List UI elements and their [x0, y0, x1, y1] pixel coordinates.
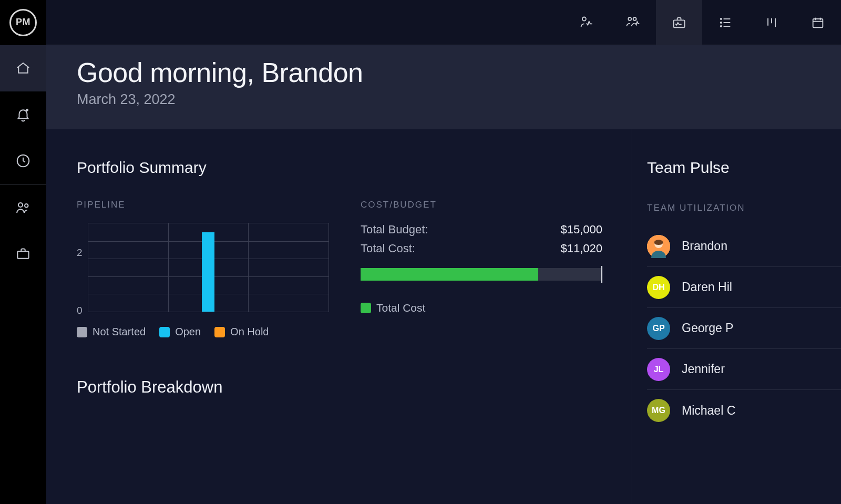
- board-icon[interactable]: [748, 0, 795, 45]
- team-member-name: Jennifer: [682, 362, 725, 376]
- cost-progress-bar: [361, 268, 602, 281]
- greeting: Good morning, Brandon: [77, 57, 841, 88]
- legend-not-started: Not Started: [77, 326, 146, 338]
- svg-point-8: [721, 25, 722, 26]
- svg-point-6: [721, 22, 722, 23]
- pipeline-grid: [88, 223, 329, 312]
- pipeline-label: PIPELINE: [77, 200, 329, 210]
- sidebar-notifications[interactable]: [0, 91, 46, 138]
- team-member-michael[interactable]: MG Michael C: [647, 390, 841, 431]
- y-tick-2: 2: [77, 247, 83, 259]
- svg-point-19: [18, 203, 23, 207]
- svg-point-17: [26, 109, 28, 111]
- swatch-grey-icon: [77, 327, 87, 337]
- top-bar: PM: [0, 0, 841, 45]
- portfolio-row: PIPELINE 2 0: [77, 200, 631, 338]
- team-pulse-icon[interactable]: [610, 0, 656, 45]
- total-budget-label: Total Budget:: [361, 223, 428, 236]
- briefcase-pulse-icon[interactable]: [656, 0, 702, 45]
- portfolio-summary-title: Portfolio Summary: [77, 159, 631, 177]
- svg-point-0: [582, 17, 586, 20]
- portfolio-breakdown-title: Portfolio Breakdown: [77, 378, 631, 397]
- total-cost-label: Total Cost:: [361, 242, 415, 255]
- svg-point-4: [721, 18, 722, 19]
- cost-budget-section: COST/BUDGET Total Budget: $15,000 Total …: [361, 200, 602, 338]
- team-member-name: Brandon: [682, 239, 727, 253]
- logo-cell: PM: [0, 0, 46, 45]
- total-cost-value: $11,020: [560, 242, 602, 255]
- team-member-george[interactable]: GP George P: [647, 308, 841, 349]
- avatar-george: GP: [647, 317, 670, 340]
- total-budget-value: $15,000: [560, 223, 602, 236]
- pipeline-y-axis: 2 0: [77, 223, 83, 312]
- svg-rect-21: [17, 251, 28, 259]
- svg-rect-13: [813, 19, 823, 27]
- avatar-jennifer: JL: [647, 358, 670, 381]
- avatar-brandon: [647, 235, 670, 258]
- cost-budget-label: COST/BUDGET: [361, 200, 602, 210]
- cost-legend-label: Total Cost: [376, 302, 425, 314]
- avatar-michael: MG: [647, 399, 670, 422]
- total-budget-row: Total Budget: $15,000: [361, 223, 602, 236]
- team-member-daren[interactable]: DH Daren Hil: [647, 267, 841, 308]
- cost-progress-end-tick: [601, 266, 602, 283]
- pipeline-chart: 2 0: [77, 223, 329, 312]
- sidebar-history[interactable]: [0, 138, 46, 184]
- swatch-green-icon: [361, 303, 371, 313]
- pipeline-section: PIPELINE 2 0: [77, 200, 329, 338]
- calendar-icon[interactable]: [795, 0, 841, 45]
- team-member-name: Michael C: [682, 404, 735, 418]
- sidebar-people[interactable]: [0, 184, 46, 231]
- swatch-orange-icon: [214, 327, 225, 337]
- avatar-daren: DH: [647, 276, 670, 299]
- sidebar-portfolio[interactable]: [0, 231, 46, 277]
- svg-point-1: [628, 17, 631, 20]
- top-nav: [563, 0, 841, 45]
- main-left: Portfolio Summary PIPELINE 2 0: [46, 129, 631, 504]
- team-member-brandon[interactable]: Brandon: [647, 226, 841, 267]
- team-member-name: Daren Hil: [682, 280, 732, 294]
- header-date: March 23, 2022: [77, 91, 841, 108]
- team-member-name: George P: [682, 321, 733, 335]
- user-pulse-icon[interactable]: [563, 0, 610, 45]
- svg-point-20: [25, 204, 28, 208]
- pipeline-bar-open: [202, 232, 214, 312]
- header-band: Good morning, Brandon March 23, 2022: [46, 45, 841, 129]
- y-tick-0: 0: [77, 305, 83, 316]
- total-cost-row: Total Cost: $11,020: [361, 242, 602, 255]
- legend-on-hold: On Hold: [214, 326, 269, 338]
- team-pulse-title: Team Pulse: [647, 159, 841, 177]
- sidebar: [0, 45, 46, 504]
- cost-legend: Total Cost: [361, 302, 602, 314]
- sidebar-home[interactable]: [0, 45, 46, 91]
- swatch-cyan-icon: [159, 327, 170, 337]
- cost-progress-fill: [361, 268, 538, 281]
- pipeline-legend: Not Started Open On Hold: [77, 326, 329, 338]
- svg-point-2: [633, 17, 637, 20]
- list-icon[interactable]: [702, 0, 748, 45]
- legend-open: Open: [159, 326, 201, 338]
- app-logo[interactable]: PM: [9, 9, 37, 36]
- team-pulse-panel: Team Pulse TEAM UTILIZATION Brandon DH D…: [631, 129, 841, 504]
- team-utilization-label: TEAM UTILIZATION: [647, 203, 841, 213]
- main-content: Portfolio Summary PIPELINE 2 0: [46, 129, 841, 504]
- team-member-jennifer[interactable]: JL Jennifer: [647, 349, 841, 390]
